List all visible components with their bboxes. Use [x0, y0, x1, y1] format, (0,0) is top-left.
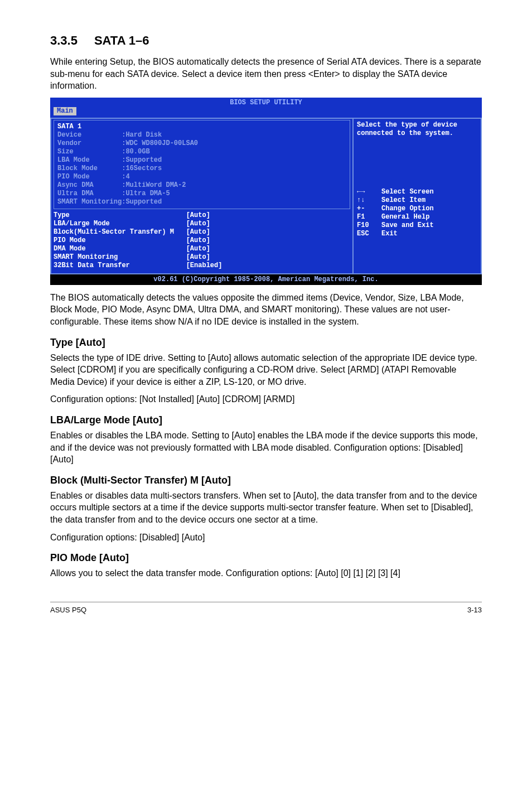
bios-setting-row[interactable]: 32Bit Data Transfer [Enabled]	[54, 262, 350, 270]
footer-right: 3-13	[467, 606, 482, 614]
heading-lba: LBA/Large Mode [Auto]	[50, 414, 482, 426]
heading-pio: PIO Mode [Auto]	[50, 552, 482, 564]
bios-info-row: Size :80.0GB	[57, 148, 346, 156]
bios-setting-row[interactable]: Block(Multi-Sector Transfer) M [Auto]	[54, 228, 350, 236]
legend-key: F10	[357, 221, 381, 230]
bios-info-row: Device :Hard Disk	[57, 131, 346, 139]
heading-block: Block (Multi-Sector Transfer) M [Auto]	[50, 475, 482, 486]
heading-type: Type [Auto]	[50, 337, 482, 349]
bios-setting-row[interactable]: Type [Auto]	[54, 211, 350, 220]
bios-setting-row[interactable]: DMA Mode [Auto]	[54, 245, 350, 253]
bios-legend-row: ESCExit	[357, 230, 477, 238]
bios-legend-row: F10Save and Exit	[357, 221, 477, 230]
pio-paragraph: Allows you to select the data transfer m…	[50, 567, 482, 579]
legend-key: ESC	[357, 230, 381, 238]
type-paragraph-2: Configuration options: [Not Installed] […	[50, 393, 482, 405]
legend-key: ↑↓	[357, 196, 381, 205]
bios-setting-row[interactable]: PIO Mode [Auto]	[54, 236, 350, 245]
legend-text: Select Screen	[381, 188, 477, 196]
tab-main[interactable]: Main	[54, 107, 76, 115]
bios-legend-row: ←→Select Screen	[357, 188, 477, 196]
bios-legend-row: F1General Help	[357, 213, 477, 221]
block-paragraph-2: Configuration options: [Disabled] [Auto]	[50, 532, 482, 544]
legend-text: General Help	[381, 213, 477, 221]
type-paragraph-1: Selects the type of IDE drive. Setting t…	[50, 352, 482, 388]
bios-panel: BIOS SETUP UTILITY Main SATA 1 Device :H…	[50, 98, 482, 285]
section-title: SATA 1–6	[94, 33, 149, 47]
bios-info-row: PIO Mode :4	[57, 173, 346, 181]
page-footer: ASUS P5Q 3-13	[50, 602, 482, 614]
intro-paragraph: While entering Setup, the BIOS automatic…	[50, 56, 482, 92]
bios-left-pane: SATA 1 Device :Hard DiskVendor :WDC WD80…	[50, 118, 354, 274]
section-number: 3.3.5	[50, 33, 78, 47]
bios-info-row: LBA Mode :Supported	[57, 156, 346, 165]
legend-key: +-	[357, 205, 381, 213]
legend-text: Exit	[381, 230, 477, 238]
footer-left: ASUS P5Q	[50, 606, 86, 614]
bios-title: BIOS SETUP UTILITY	[50, 98, 482, 107]
page-title: 3.3.5SATA 1–6	[50, 33, 482, 48]
bios-right-pane: Select the type of device connected to t…	[354, 118, 482, 274]
legend-key: ←→	[357, 188, 381, 196]
legend-text: Save and Exit	[381, 221, 477, 230]
legend-text: Change Option	[381, 205, 477, 213]
bios-tab-row: Main	[50, 107, 482, 117]
bios-info-row: Block Mode :16Sectors	[57, 165, 346, 173]
bios-info-row: Ultra DMA :Ultra DMA-5	[57, 190, 346, 198]
bios-info-row: Vendor :WDC WD800JD-00LSA0	[57, 139, 346, 148]
bios-setting-row[interactable]: SMART Monitoring [Auto]	[54, 253, 350, 262]
legend-text: Select Item	[381, 196, 477, 205]
sata-label: SATA 1	[57, 123, 346, 131]
after-bios-paragraph: The BIOS automatically detects the value…	[50, 292, 482, 328]
legend-key: F1	[357, 213, 381, 221]
bios-info-row: Async DMA :MultiWord DMA-2	[57, 181, 346, 190]
bios-setting-row[interactable]: LBA/Large Mode [Auto]	[54, 220, 350, 228]
bios-legend-row: +-Change Option	[357, 205, 477, 213]
lba-paragraph: Enables or disables the LBA mode. Settin…	[50, 429, 482, 466]
bios-legend-row: ↑↓Select Item	[357, 196, 477, 205]
bios-info-row: SMART Monitoring:Supported	[57, 198, 346, 206]
block-paragraph-1: Enables or disables data multi-sectors t…	[50, 490, 482, 526]
bios-help-text: Select the type of device connected to t…	[357, 121, 477, 138]
bios-footer: v02.61 (C)Copyright 1985-2008, American …	[50, 274, 482, 285]
